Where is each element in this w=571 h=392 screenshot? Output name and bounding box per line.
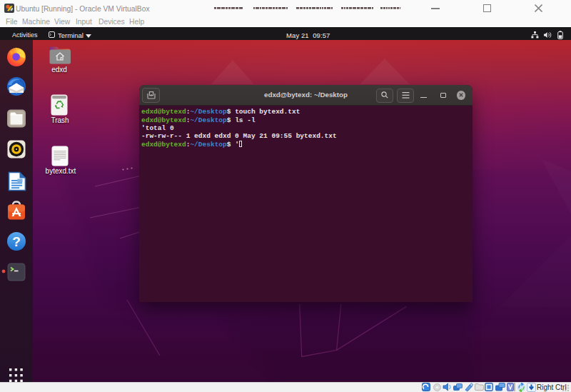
svg-text:?: ? xyxy=(12,234,21,249)
